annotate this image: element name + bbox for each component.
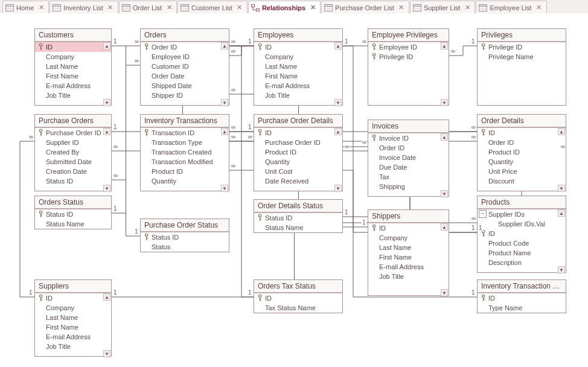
field-row[interactable]: Job Title — [368, 272, 449, 281]
scrollbar[interactable]: ▲▼ — [221, 42, 228, 106]
table-title[interactable]: Customers — [35, 29, 111, 42]
field-row[interactable]: Status Name — [35, 219, 111, 229]
scroll-up-icon[interactable]: ▲ — [441, 133, 448, 141]
tab-inventory-list[interactable]: Inventory List✕ — [50, 1, 118, 14]
field-row[interactable]: Job Title — [254, 91, 342, 100]
scrollbar[interactable]: ▲▼ — [334, 42, 342, 106]
close-icon[interactable]: ✕ — [309, 4, 316, 11]
field-row[interactable]: E-mail Address — [35, 81, 111, 91]
scrollbar[interactable]: ▲▼ — [334, 128, 342, 192]
table-title[interactable]: Shippers — [368, 210, 449, 223]
table-po_status[interactable]: Purchase Order StatusStatus IDStatus — [140, 219, 229, 252]
field-row[interactable]: Customer ID — [141, 62, 229, 71]
field-row[interactable]: Status ID — [35, 209, 111, 219]
field-row[interactable]: Company — [254, 52, 342, 62]
scroll-up-icon[interactable]: ▲ — [441, 223, 448, 231]
tab-employee-list[interactable]: Employee List✕ — [476, 1, 546, 14]
field-row[interactable]: Unit Cost — [254, 167, 342, 176]
field-row[interactable]: First Name — [35, 322, 111, 332]
field-row[interactable]: Invoice Date — [368, 153, 449, 162]
scrollbar[interactable]: ▲▼ — [558, 128, 565, 192]
field-row[interactable]: ID — [478, 229, 566, 238]
tab-purchase-order-list[interactable]: Purchase Order List✕ — [321, 1, 409, 14]
field-row[interactable]: ID — [254, 42, 342, 52]
scroll-up-icon[interactable]: ▲ — [334, 128, 342, 135]
table-title[interactable]: Invoices — [368, 120, 449, 133]
table-employees[interactable]: EmployeesIDCompanyLast NameFirst NameE-m… — [254, 28, 343, 106]
field-row[interactable]: Product Name — [478, 248, 566, 258]
table-title[interactable]: Employees — [254, 29, 342, 42]
table-title[interactable]: Inventory Transaction … — [478, 280, 566, 293]
table-title[interactable]: Orders — [141, 29, 229, 42]
field-row[interactable]: ID — [254, 128, 342, 138]
table-emp_priv[interactable]: Employee PrivilegesEmployee IDPrivilege … — [368, 28, 449, 106]
scroll-up-icon[interactable]: ▲ — [103, 128, 110, 135]
field-row[interactable]: Supplier IDs.Val — [478, 219, 566, 229]
field-row[interactable]: Product ID — [478, 147, 566, 157]
field-row[interactable]: Company — [35, 52, 111, 62]
field-row[interactable]: ID — [478, 128, 566, 138]
field-row[interactable]: Last Name — [368, 243, 449, 252]
scroll-up-icon[interactable]: ▲ — [558, 209, 565, 217]
table-title[interactable]: Products — [478, 196, 566, 209]
scroll-up-icon[interactable]: ▲ — [558, 128, 565, 135]
scroll-down-icon[interactable]: ▼ — [558, 185, 565, 192]
field-row[interactable]: Due Date — [368, 162, 449, 172]
field-row[interactable]: Last Name — [254, 62, 342, 71]
field-row[interactable]: Purchase Order ID — [35, 128, 111, 138]
close-icon[interactable]: ✕ — [535, 4, 543, 11]
field-row[interactable]: E-mail Address — [35, 332, 111, 342]
field-row[interactable]: Order ID — [141, 42, 229, 52]
field-row[interactable]: Product Code — [478, 238, 566, 248]
scroll-down-icon[interactable]: ▼ — [103, 350, 110, 357]
field-row[interactable]: Status — [141, 242, 229, 252]
scrollbar[interactable]: ▲▼ — [103, 293, 110, 357]
field-row[interactable]: Status Name — [254, 223, 342, 232]
field-row[interactable]: Privilege ID — [368, 52, 449, 62]
field-row[interactable]: First Name — [254, 71, 342, 81]
field-row[interactable]: Supplier ID — [35, 138, 111, 147]
field-row[interactable]: Status ID — [254, 213, 342, 223]
table-invoices[interactable]: InvoicesInvoice IDOrder IDInvoice DateDu… — [368, 120, 449, 197]
field-row[interactable]: Privilege ID — [478, 42, 566, 52]
scroll-up-icon[interactable]: ▲ — [334, 42, 342, 49]
field-row[interactable]: Product ID — [254, 147, 342, 157]
field-row[interactable]: ID — [35, 293, 111, 303]
field-row[interactable]: Status ID — [141, 232, 229, 242]
field-row[interactable]: Company — [368, 233, 449, 243]
field-row[interactable]: First Name — [35, 71, 111, 81]
table-customers[interactable]: CustomersIDCompanyLast NameFirst NameE-m… — [34, 28, 112, 106]
field-row[interactable]: Tax Status Name — [254, 303, 342, 313]
table-title[interactable]: Order Details Status — [254, 200, 342, 212]
table-title[interactable]: Purchase Order Status — [141, 219, 229, 232]
field-row[interactable]: Job Title — [35, 91, 111, 100]
expand-minus-icon[interactable]: − — [479, 210, 487, 218]
close-icon[interactable]: ✕ — [37, 4, 45, 11]
table-title[interactable]: Order Details — [478, 115, 566, 127]
table-title[interactable]: Purchase Order Details — [254, 115, 342, 127]
table-title[interactable]: Orders Tax Status — [254, 280, 342, 293]
table-od_status[interactable]: Order Details StatusStatus IDStatus Name — [254, 199, 343, 233]
field-row[interactable]: Shipped Date — [141, 81, 229, 91]
scroll-down-icon[interactable]: ▼ — [221, 185, 228, 192]
table-orders[interactable]: OrdersOrder IDEmployee IDCustomer IDOrde… — [140, 28, 229, 106]
tab-supplier-list[interactable]: Supplier List✕ — [410, 1, 476, 14]
field-row[interactable]: Quantity — [254, 157, 342, 167]
field-row[interactable]: E-mail Address — [368, 262, 449, 272]
close-icon[interactable]: ✕ — [165, 4, 173, 11]
field-row[interactable]: Date Received — [254, 176, 342, 186]
scroll-down-icon[interactable]: ▼ — [103, 99, 110, 106]
field-row[interactable]: Privilege Name — [478, 52, 566, 62]
table-orders_tax_status[interactable]: Orders Tax StatusIDTax Status Name — [254, 279, 343, 313]
scrollbar[interactable]: ▲▼ — [221, 128, 228, 192]
field-row[interactable]: Quantity — [141, 176, 229, 186]
scroll-up-icon[interactable]: ▲ — [103, 293, 110, 301]
close-icon[interactable]: ✕ — [398, 4, 405, 11]
scroll-up-icon[interactable]: ▲ — [441, 42, 448, 49]
table-title[interactable]: Orders Status — [35, 196, 111, 209]
field-row[interactable]: Unit Price — [478, 167, 566, 176]
field-row[interactable]: Quantity — [478, 157, 566, 167]
field-row[interactable]: First Name — [368, 252, 449, 262]
table-title[interactable]: Employee Privileges — [368, 29, 449, 42]
scrollbar[interactable]: ▲▼ — [103, 42, 110, 106]
